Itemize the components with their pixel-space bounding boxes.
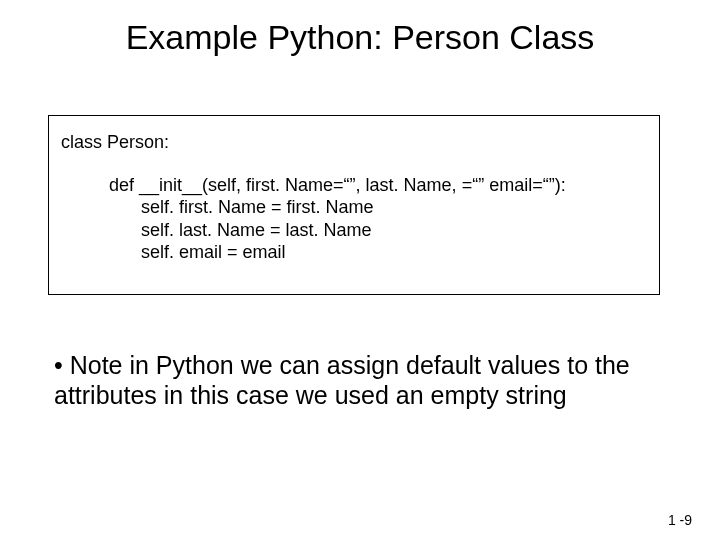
code-line-3: self. first. Name = first. Name [61,196,647,219]
note-text: • Note in Python we can assign default v… [54,350,644,410]
code-line-2: def __init__(self, first. Name=“”, last.… [61,174,647,197]
slide: Example Python: Person Class class Perso… [0,0,720,540]
code-line-4: self. last. Name = last. Name [61,219,647,242]
page-number: 1 -9 [668,512,692,528]
code-blank [61,154,647,174]
code-line-5: self. email = email [61,241,647,264]
code-line-1: class Person: [61,131,647,154]
slide-title: Example Python: Person Class [0,18,720,57]
code-box: class Person: def __init__(self, first. … [48,115,660,295]
